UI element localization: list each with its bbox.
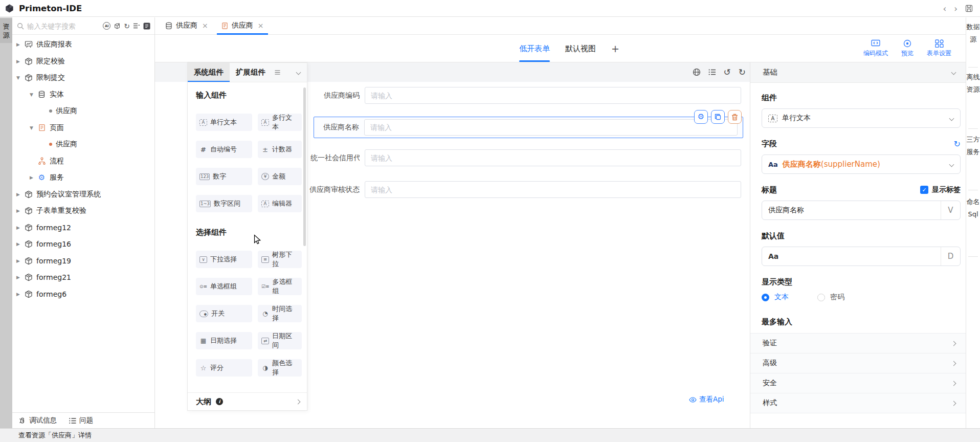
tab-debug-info[interactable]: 调试信息 [18,416,57,425]
collapse-arrow-icon[interactable]: ▼ [30,92,37,97]
outline-bar[interactable]: 大纲 i [188,392,307,410]
section-style[interactable]: 样式 [750,393,966,413]
palette-item-switch[interactable]: ●开关 [196,305,252,322]
section-advanced[interactable]: 高级 [750,353,966,373]
tree-item-flow[interactable]: 流程 [12,153,154,170]
sync-field-icon[interactable]: ↻ [954,139,961,149]
close-icon[interactable]: × [202,21,208,30]
title-input[interactable] [768,206,934,214]
palette-item-color-picker[interactable]: ◑颜色选择 [258,359,302,377]
palette-collapse-icon[interactable] [296,70,301,75]
palette-item-editor[interactable]: A编辑器 [258,195,302,212]
rail-tab-resources[interactable]: 资源 [0,18,12,43]
tree-item-project[interactable]: ▼限制提交 [12,70,154,86]
tree-item-project[interactable]: ▶formeg19 [12,253,154,270]
palette-item-multi-line-text[interactable]: A多行文本 [258,114,302,131]
editor-tab-supplier-page[interactable]: 供应商 × [215,17,271,34]
palette-item-tree-select[interactable]: ≡树形下拉 [258,251,302,268]
tree-item-services[interactable]: ▶⚙服务 [12,169,154,186]
expand-arrow-icon[interactable]: ▶ [16,258,24,263]
expand-arrow-icon[interactable]: ▶ [16,59,24,64]
expand-arrow-icon[interactable]: ▶ [16,292,24,297]
show-label-toggle[interactable]: ✓ 显示标签 [920,185,961,194]
rail-tab-named-sql[interactable]: 命名Sql [966,196,980,220]
view-tab-lowcode-form[interactable]: 低开表单 [519,35,550,62]
expand-arrow-icon[interactable]: ▶ [30,175,37,180]
form-row-supplier-name-selected[interactable]: 供应商名称 [314,117,743,138]
supplier-name-input[interactable] [364,119,738,136]
default-value-input[interactable]: Aa D [762,247,961,266]
redo-icon[interactable]: ↻ [739,68,746,77]
tree-item-page-supplier[interactable]: 供应商 [12,136,154,153]
tab-issues[interactable]: 问题 [69,416,93,425]
rail-tab-offline-resources[interactable]: 离线资源 [966,71,980,96]
palette-item-rating[interactable]: ☆评分 [196,359,252,377]
radio-text[interactable]: 文本 [762,293,789,302]
preview-button[interactable]: 预览 [901,39,914,58]
palette-item-time-picker[interactable]: ◔时间选择 [258,305,302,322]
palette-item-single-line-text[interactable]: A单行文本 [196,114,252,131]
collapse-all-icon[interactable] [133,23,140,29]
palette-menu-icon[interactable] [275,70,280,75]
supplier-code-input[interactable] [365,87,741,104]
palette-item-number[interactable]: 123数字 [196,168,252,185]
tab-system-components[interactable]: 系统组件 [188,63,230,82]
palette-item-checkbox-group[interactable]: ☑≡多选框组 [258,278,302,295]
default-dynamic-button[interactable]: D [941,247,960,266]
audit-status-input[interactable] [365,181,741,198]
outline-tree-icon[interactable] [708,69,716,76]
expand-arrow-icon[interactable]: ▶ [16,275,24,280]
expand-arrow-icon[interactable]: ▶ [16,208,24,213]
tree-item-entity-supplier[interactable]: 供应商 [12,103,154,120]
palette-item-currency[interactable]: ¥金额 [258,168,302,185]
nav-back-icon[interactable]: ‹ [943,4,946,14]
collapse-arrow-icon[interactable]: ▼ [16,75,24,80]
editor-tab-supplier-entity[interactable]: 供应商 × [159,17,215,34]
radio-password[interactable]: 密码 [817,293,844,302]
save-icon[interactable] [965,5,973,12]
title-variable-button[interactable]: V [941,201,960,219]
ai-assist-icon[interactable]: AI [103,22,110,30]
view-api-link[interactable]: 查看Api [689,395,724,404]
form-row-audit-status[interactable]: 供应商审核状态 [298,181,741,198]
checkbox-checked-icon[interactable]: ✓ [920,186,928,194]
section-validation[interactable]: 验证 [750,334,966,353]
field-copy-button[interactable] [711,110,725,124]
tree-item-report[interactable]: ▶供应商报表 [12,36,154,53]
doc-view-icon[interactable] [143,23,150,30]
tree-item-project[interactable]: ▶限定校验 [12,53,154,70]
expand-arrow-icon[interactable]: ▶ [16,241,24,247]
tab-extension-components[interactable]: 扩展组件 [230,63,272,82]
code-mode-button[interactable]: 编码模式 [863,39,888,58]
add-view-button[interactable]: + [611,43,619,54]
refresh-icon[interactable]: ↻ [124,22,130,30]
rail-tab-datasource[interactable]: 数据源 [966,21,980,46]
palette-item-auto-number[interactable]: #自动编号 [196,141,252,158]
form-row-credit-code[interactable]: 统一社会信用代码 [298,149,741,166]
form-settings-button[interactable]: 表单设置 [927,39,951,58]
expand-arrow-icon[interactable]: ▶ [16,225,24,230]
view-tab-default-view[interactable]: 默认视图 [565,35,596,62]
new-resource-icon[interactable] [114,23,121,30]
field-delete-button[interactable] [728,110,742,124]
form-row-supplier-code[interactable]: 供应商编码 [298,87,741,104]
field-settings-button[interactable]: ⚙ [694,110,708,124]
close-icon[interactable]: × [258,21,264,30]
section-security[interactable]: 安全 [750,373,966,393]
palette-item-dropdown-select[interactable]: ∨下拉选择 [196,251,252,268]
globe-icon[interactable] [693,68,701,76]
credit-code-input[interactable] [365,149,741,166]
expand-arrow-icon[interactable]: ▶ [16,192,24,197]
palette-scrollbar[interactable] [303,87,306,246]
tree-item-pages[interactable]: ▼页面 [12,120,154,137]
tree-item-project[interactable]: ▶预约会议室管理系统 [12,186,154,203]
search-input[interactable] [27,22,100,30]
expand-arrow-icon[interactable]: ▶ [16,42,24,47]
palette-item-counter[interactable]: ±计数器 [258,141,302,158]
tree-item-project[interactable]: ▶子表单重复校验 [12,203,154,219]
rail-tab-third-party-services[interactable]: 三方服务 [966,134,980,158]
tree-item-project[interactable]: ▶formeg21 [12,269,154,286]
tree-item-project[interactable]: ▶formeg12 [12,219,154,236]
component-select[interactable]: A 单行文本 [762,108,961,128]
field-select[interactable]: Aa 供应商名称 (supplierName) [762,154,961,174]
